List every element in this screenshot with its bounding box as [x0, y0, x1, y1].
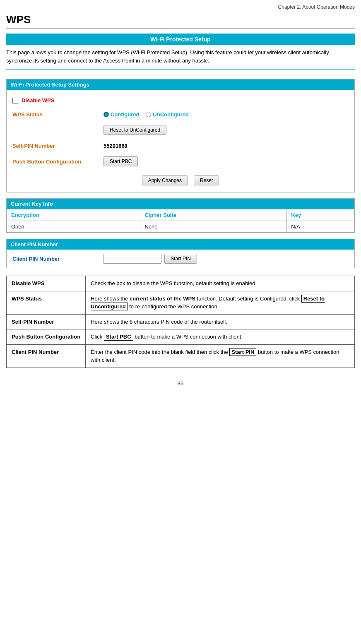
- start-pin-button[interactable]: Start PIN: [164, 254, 197, 264]
- reset-unconfigured-button[interactable]: Reset to UnConfigured: [103, 125, 166, 135]
- intro-divider: [6, 69, 355, 70]
- disable-wps-row: Disable WPS: [12, 94, 349, 107]
- configured-label: Configured: [111, 111, 139, 118]
- encryption-value: Open: [7, 221, 140, 233]
- current-key-info-section: Current Key Info Encryption Cipher Suite…: [6, 198, 355, 233]
- desc-row-disable-wps: Disable WPS Check the box to disable the…: [7, 276, 355, 291]
- client-pin-input[interactable]: [103, 254, 161, 264]
- apply-changes-button[interactable]: Apply Changes: [142, 175, 188, 185]
- cipher-value: None: [140, 221, 287, 233]
- key-info-table: Encryption Cipher Suite Key Open None N/…: [7, 209, 354, 233]
- key-table-data-row: Open None N/A: [7, 221, 354, 233]
- start-pin-inline: Start PIN: [229, 348, 256, 356]
- desc-def-disable-wps: Check the box to disable the WPS functio…: [86, 276, 355, 291]
- wps-intro-text: This page allows you to change the setti…: [6, 48, 355, 65]
- client-pin-label: Client PIN Number: [12, 256, 103, 262]
- desc-term-wps-status: WPS Status: [7, 291, 86, 314]
- cipher-col-header: Cipher Suite: [140, 209, 287, 221]
- wps-status-label: WPS Status: [12, 111, 103, 118]
- wps-status-underline: current status of the WPS: [130, 296, 195, 302]
- chapter-header: Chapter 2: About Operation Modes: [6, 4, 355, 10]
- reset-btn-container: Reset to UnConfigured: [103, 125, 349, 135]
- page-title: WPS: [6, 13, 355, 29]
- key-value: N/A: [287, 221, 354, 233]
- encryption-col-header: Encryption: [7, 209, 140, 221]
- page-number: 35: [6, 380, 355, 387]
- start-pbc-inline: Start PBC: [104, 333, 133, 341]
- reset-button[interactable]: Reset: [194, 175, 219, 185]
- configured-radio[interactable]: [103, 112, 109, 117]
- self-pin-row: Self-PIN Number 55291668: [12, 138, 349, 153]
- desc-term-disable-wps: Disable WPS: [7, 276, 86, 291]
- key-table-header-row: Encryption Cipher Suite Key: [7, 209, 354, 221]
- description-table: Disable WPS Check the box to disable the…: [6, 276, 355, 368]
- wps-status-value: Configured UnConfigured: [103, 111, 349, 118]
- desc-def-self-pin: Here shows the 8 characters PIN code of …: [86, 314, 355, 329]
- push-button-value: Start PBC: [103, 156, 349, 166]
- desc-row-client-pin: Client PIN Number Enter the client PIN c…: [7, 344, 355, 368]
- desc-def-client-pin: Enter the client PIN code into the blank…: [86, 344, 355, 368]
- desc-row-wps-status: WPS Status Here shows the current status…: [7, 291, 355, 314]
- desc-term-push-button: Push Button Configuration: [7, 329, 86, 345]
- client-pin-row: Client PIN Number Start PIN: [7, 250, 354, 268]
- client-pin-header: Client PIN Number: [7, 239, 354, 250]
- wps-status-radio-group: Configured UnConfigured: [103, 111, 189, 118]
- key-col-header: Key: [287, 209, 354, 221]
- disable-wps-label: Disable WPS: [22, 97, 54, 103]
- wps-blue-bar: Wi-Fi Protected Setup: [6, 34, 355, 45]
- desc-def-wps-status: Here shows the current status of the WPS…: [86, 291, 355, 314]
- self-pin-value: 55291668: [103, 143, 349, 149]
- unconfigured-radio[interactable]: [146, 112, 151, 117]
- start-pbc-button[interactable]: Start PBC: [103, 156, 138, 166]
- wps-settings-header: Wi-Fi Protected Setup Settings: [7, 79, 354, 90]
- desc-term-client-pin: Client PIN Number: [7, 344, 86, 368]
- wps-status-row: WPS Status Configured UnConfigured: [12, 107, 349, 122]
- reset-unconfigured-row: Reset to UnConfigured: [12, 122, 349, 138]
- unconfigured-radio-label[interactable]: UnConfigured: [146, 111, 189, 118]
- current-key-info-header: Current Key Info: [7, 199, 354, 209]
- desc-term-self-pin: Self-PIN Number: [7, 314, 86, 329]
- self-pin-label: Self-PIN Number: [12, 143, 103, 149]
- push-button-label: Push Button Configuration: [12, 159, 103, 165]
- desc-row-push-button: Push Button Configuration Click Start PB…: [7, 329, 355, 345]
- push-button-row: Push Button Configuration Start PBC: [12, 153, 349, 170]
- desc-def-push-button: Click Start PBC button to make a WPS con…: [86, 329, 355, 345]
- desc-row-self-pin: Self-PIN Number Here shows the 8 charact…: [7, 314, 355, 329]
- reset-unconfigured-inline: Reset to Unconfigured: [91, 295, 325, 311]
- wps-settings-body: Disable WPS WPS Status Configured UnConf…: [7, 90, 354, 192]
- configured-radio-label[interactable]: Configured: [103, 111, 139, 118]
- wps-settings-section: Wi-Fi Protected Setup Settings Disable W…: [6, 79, 355, 192]
- unconfigured-label: UnConfigured: [153, 111, 189, 118]
- disable-wps-checkbox[interactable]: [12, 98, 18, 103]
- self-pin-number: 55291668: [103, 143, 128, 149]
- apply-reset-row: Apply Changes Reset: [12, 170, 349, 188]
- client-pin-section: Client PIN Number Client PIN Number Star…: [6, 239, 355, 268]
